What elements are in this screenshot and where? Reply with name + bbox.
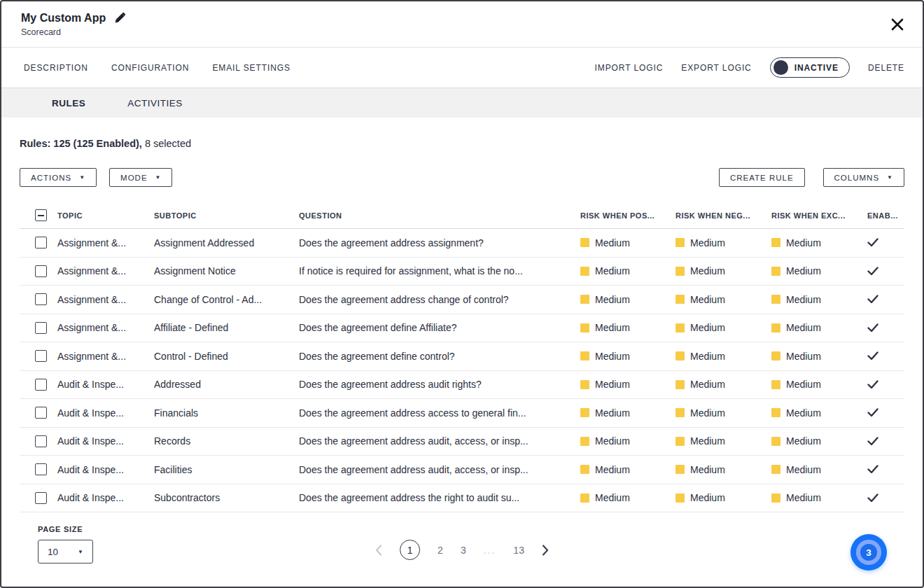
risk-when-exc-label: Medium <box>786 464 821 475</box>
row-checkbox[interactable] <box>35 293 47 305</box>
row-checkbox[interactable] <box>35 379 47 391</box>
row-checkbox[interactable] <box>35 265 47 277</box>
next-page-icon[interactable] <box>542 545 549 556</box>
risk-when-pos-label: Medium <box>595 464 630 475</box>
question-cell: Does the agreement address audit, access… <box>299 435 580 447</box>
enabled-cell <box>867 465 904 474</box>
scorecard-dialog: My Custom App Scorecard DESCRIPTION CONF… <box>0 0 924 588</box>
risk-level-icon <box>676 408 685 417</box>
risk-when-neg-label: Medium <box>690 407 725 419</box>
page-size-select[interactable]: 10 ▼ <box>38 540 93 564</box>
toggle-knob <box>774 60 788 75</box>
risk-when-exc-cell: Medium <box>771 492 867 503</box>
question-cell: If notice is required for assignment, wh… <box>299 265 580 276</box>
column-header-risk-when-pos[interactable]: RISK WHEN POS... <box>580 211 676 220</box>
risk-level-icon <box>771 267 780 276</box>
risk-when-exc-label: Medium <box>786 294 821 305</box>
export-logic-button[interactable]: EXPORT LOGIC <box>681 63 751 73</box>
select-all-checkbox[interactable] <box>35 209 47 221</box>
previous-page-icon[interactable] <box>375 545 382 556</box>
walkthrough-step-badge[interactable]: 3 <box>850 534 887 570</box>
topic-cell: Assignment &... <box>57 351 154 362</box>
columns-dropdown[interactable]: COLUMNS ▼ <box>823 168 904 187</box>
risk-level-icon <box>771 323 780 332</box>
column-header-question[interactable]: QUESTION <box>299 211 580 220</box>
actions-dropdown[interactable]: ACTIONS ▼ <box>20 168 97 187</box>
table-row[interactable]: Audit & Inspe... Addressed Does the agre… <box>20 371 904 400</box>
tab-description[interactable]: DESCRIPTION <box>24 63 88 73</box>
risk-level-icon <box>580 267 589 276</box>
import-logic-button[interactable]: IMPORT LOGIC <box>595 63 664 73</box>
risk-when-exc-label: Medium <box>786 237 821 248</box>
column-header-subtopic[interactable]: SUBTOPIC <box>154 211 299 220</box>
question-cell: Does the agreement define Affiliate? <box>299 322 580 333</box>
risk-level-icon <box>676 295 685 304</box>
delete-button[interactable]: DELETE <box>868 63 904 73</box>
close-icon[interactable] <box>890 18 904 31</box>
page-size-control: PAGE SIZE 10 ▼ <box>38 525 93 564</box>
question-cell: Does the agreement address assignment? <box>299 237 580 248</box>
row-checkbox[interactable] <box>35 237 47 248</box>
tab-configuration[interactable]: CONFIGURATION <box>111 63 189 73</box>
risk-when-exc-cell: Medium <box>771 407 867 419</box>
edit-title-icon[interactable] <box>114 13 125 24</box>
page-button-2[interactable]: 2 <box>438 545 443 556</box>
row-checkbox[interactable] <box>35 350 47 362</box>
topic-cell: Audit & Inspe... <box>57 464 154 475</box>
header-actions: IMPORT LOGIC EXPORT LOGIC INACTIVE DELET… <box>595 57 904 78</box>
badge-ring: 3 <box>856 540 881 565</box>
subtopic-cell: Records <box>154 435 299 447</box>
page-button-13[interactable]: 13 <box>513 545 524 556</box>
row-checkbox[interactable] <box>35 322 47 334</box>
row-checkbox[interactable] <box>35 463 47 475</box>
table-row[interactable]: Audit & Inspe... Records Does the agreem… <box>20 428 904 456</box>
question-cell: Does the agreement address audit, access… <box>299 464 580 475</box>
chevron-down-icon: ▼ <box>78 548 83 554</box>
risk-when-neg-label: Medium <box>690 351 725 362</box>
topic-cell: Assignment &... <box>57 322 154 333</box>
risk-when-pos-cell: Medium <box>580 265 676 276</box>
risk-level-icon <box>771 295 780 304</box>
create-rule-button[interactable]: CREATE RULE <box>719 168 805 187</box>
status-toggle[interactable]: INACTIVE <box>770 57 850 78</box>
mode-dropdown[interactable]: MODE ▼ <box>109 168 172 187</box>
risk-when-neg-cell: Medium <box>676 435 771 447</box>
risk-when-neg-cell: Medium <box>676 294 771 305</box>
column-header-enabled[interactable]: ENAB... <box>867 211 904 220</box>
risk-when-exc-cell: Medium <box>771 237 867 248</box>
column-header-risk-when-exc[interactable]: RISK WHEN EXC... <box>771 211 867 220</box>
table-row[interactable]: Audit & Inspe... Facilities Does the agr… <box>20 456 904 484</box>
tab-email-settings[interactable]: EMAIL SETTINGS <box>212 63 290 73</box>
risk-when-pos-cell: Medium <box>580 464 676 475</box>
tab-activities[interactable]: ACTIVITIES <box>127 98 183 108</box>
tab-rules[interactable]: RULES <box>52 98 85 108</box>
risk-level-icon <box>771 408 780 417</box>
table-row[interactable]: Audit & Inspe... Subcontractors Does the… <box>20 484 904 513</box>
column-header-topic[interactable]: TOPIC <box>57 211 154 220</box>
page-button-3[interactable]: 3 <box>461 545 466 556</box>
subtopic-cell: Affiliate - Defined <box>154 322 299 333</box>
risk-level-icon <box>580 238 589 247</box>
risk-level-icon <box>676 493 685 503</box>
risk-when-exc-cell: Medium <box>771 322 867 333</box>
subtopic-cell: Subcontractors <box>154 492 299 503</box>
check-icon <box>867 493 878 503</box>
question-cell: Does the agreement address audit rights? <box>299 379 580 390</box>
table-row[interactable]: Audit & Inspe... Financials Does the agr… <box>20 399 904 428</box>
row-checkbox[interactable] <box>35 492 47 504</box>
table-row[interactable]: Assignment &... Assignment Addressed Doe… <box>20 229 904 258</box>
page-button-1[interactable]: 1 <box>400 540 420 560</box>
check-icon <box>867 295 878 304</box>
risk-when-neg-cell: Medium <box>676 351 771 362</box>
table-row[interactable]: Assignment &... Affiliate - Defined Does… <box>20 314 904 343</box>
table-row[interactable]: Assignment &... Change of Control - Ad..… <box>20 286 904 314</box>
table-row[interactable]: Assignment &... Control - Defined Does t… <box>20 342 904 371</box>
row-checkbox[interactable] <box>35 435 47 447</box>
badge-value: 3 <box>860 544 877 561</box>
actions-label: ACTIONS <box>31 174 71 182</box>
risk-level-icon <box>676 465 685 474</box>
table-row[interactable]: Assignment &... Assignment Notice If not… <box>20 258 904 286</box>
risk-level-icon <box>580 380 589 389</box>
column-header-risk-when-neg[interactable]: RISK WHEN NEG... <box>676 211 771 220</box>
row-checkbox[interactable] <box>35 407 47 419</box>
